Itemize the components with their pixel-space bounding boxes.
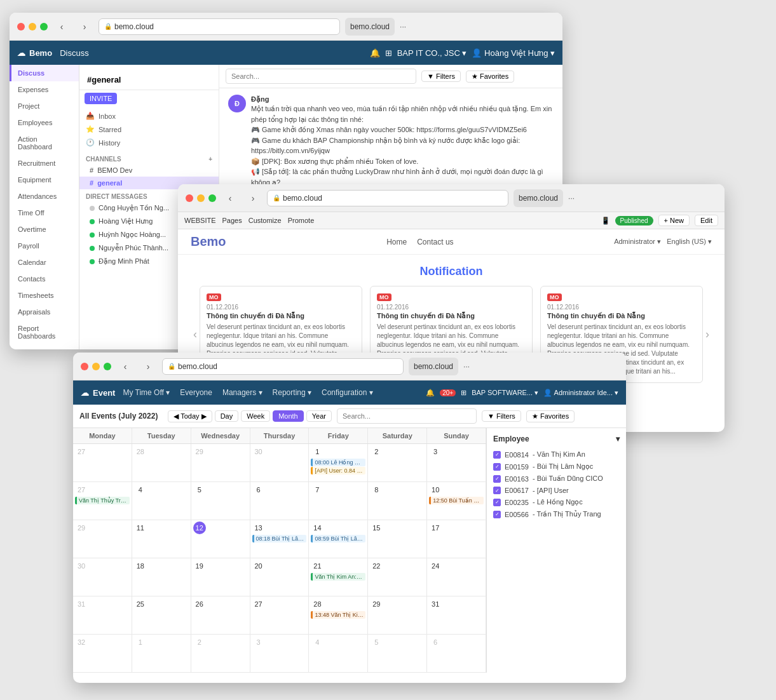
cal-cell[interactable]: 11 (132, 520, 191, 558)
emp-checkbox-4[interactable]: ✓ (493, 487, 501, 494)
cal-cell[interactable]: 2 (191, 635, 250, 673)
favorites-button[interactable]: ★ Favorites (466, 71, 514, 83)
cal-cell[interactable]: 27 (250, 596, 310, 635)
sidebar-item-timesheets[interactable]: Timesheets (10, 287, 79, 304)
channel-bemo-dev[interactable]: #BEMO Dev (79, 164, 219, 177)
sidebar-item-project[interactable]: Project (10, 98, 79, 114)
sidebar-item-time-off[interactable]: Time Off (10, 205, 79, 221)
cal-cell[interactable]: 3 (427, 444, 486, 482)
cal-cell[interactable]: 18 (132, 558, 191, 596)
sidebar-item-attendances[interactable]: Attendances (10, 188, 79, 205)
website-nav-website[interactable]: WEBSITE (184, 217, 216, 224)
cal-cell[interactable]: 17 (427, 520, 486, 558)
nav-my-time-off[interactable]: My Time Off ▾ (123, 388, 170, 397)
cal-cell[interactable]: 3 (250, 635, 310, 673)
sidebar-item-contacts[interactable]: Contacts (10, 271, 79, 287)
invite-button[interactable]: INVITE (85, 93, 117, 104)
sidebar-item-calendar[interactable]: Calendar (10, 254, 79, 271)
cal-cell[interactable]: 6 (250, 482, 310, 520)
minimize-button[interactable] (29, 23, 36, 30)
cal-cell[interactable]: 31 (73, 596, 132, 635)
more-options-button[interactable]: ··· (400, 22, 406, 31)
emp-checkbox-6[interactable]: ✓ (493, 511, 501, 518)
cal-cell[interactable]: 27 Văn Thị Thủy Trang: 122 days (73, 482, 132, 520)
cal-cell[interactable]: 13 08:18 Bùi Thị Lâm Ngọc: 1 days (250, 520, 310, 558)
maximize-button-event[interactable] (104, 363, 111, 370)
address-bar-website[interactable]: 🔒 bemo.cloud (267, 190, 508, 206)
nav-home[interactable]: Home (386, 238, 407, 246)
carousel-next[interactable]: › (705, 328, 709, 341)
sidebar-item-report-dashboards[interactable]: Report Dashboards (10, 320, 79, 344)
inbox-link[interactable]: 📥 Inbox (79, 109, 219, 123)
minimize-button-website[interactable] (197, 194, 205, 202)
lang-dropdown[interactable]: English (US) (667, 238, 706, 245)
sidebar-item-overtime[interactable]: Overtime (10, 221, 79, 238)
sidebar-item-expenses[interactable]: Expenses (10, 81, 79, 98)
sidebar-item-action-dashboard[interactable]: Action Dashboard (10, 131, 79, 155)
cal-cell[interactable]: 4 (309, 635, 368, 673)
back-button[interactable]: ‹ (53, 18, 71, 36)
cal-cell[interactable]: 14 08:59 Bùi Thị Lâm Ngọc: 7.27 hours (309, 520, 368, 558)
cal-cell[interactable]: 29 (73, 520, 132, 558)
sidebar-item-employees[interactable]: Employees (10, 114, 79, 131)
minimize-button-event[interactable] (92, 363, 100, 370)
cal-cell[interactable]: 29 (191, 444, 250, 482)
nav-contact[interactable]: Contact us (417, 238, 453, 246)
emp-checkbox-2[interactable]: ✓ (493, 463, 501, 471)
today-button[interactable]: ◀ Today ▶ (168, 410, 212, 422)
carousel-prev[interactable]: ‹ (193, 328, 197, 341)
close-button[interactable] (17, 23, 25, 30)
cal-cell[interactable]: 30 (73, 558, 132, 596)
cal-cell[interactable]: 20 (250, 558, 310, 596)
month-button[interactable]: Month (273, 410, 304, 422)
cal-cell[interactable]: 8 (368, 482, 427, 520)
website-nav-promote[interactable]: Promote (288, 217, 315, 224)
cal-cell[interactable]: 28 (132, 444, 191, 482)
cal-cell[interactable]: 32 (73, 635, 132, 673)
cal-cell[interactable]: 30 (250, 444, 310, 482)
starred-link[interactable]: ⭐ Starred (79, 123, 219, 136)
event-search-input[interactable] (337, 408, 477, 424)
nav-everyone[interactable]: Everyone (180, 388, 212, 397)
back-button-event[interactable]: ‹ (116, 358, 134, 375)
cal-cell[interactable]: 12 (191, 520, 250, 558)
edit-button[interactable]: Edit (695, 215, 718, 226)
cal-cell[interactable]: 1 08:00 Lê Hồng Ngọc: 1 days [API] User:… (309, 444, 368, 482)
sidebar-item-payroll[interactable]: Payroll (10, 238, 79, 254)
cal-cell[interactable]: 31 (427, 596, 486, 635)
cal-cell[interactable]: 5 (368, 635, 427, 673)
cal-cell[interactable]: 7 (309, 482, 368, 520)
emp-checkbox-1[interactable]: ✓ (493, 451, 501, 459)
cal-cell[interactable]: 26 (191, 596, 250, 635)
cal-cell[interactable]: 25 (132, 596, 191, 635)
event-favorites-button[interactable]: ★ Favorites (526, 410, 575, 422)
website-nav-pages[interactable]: Pages (222, 217, 242, 224)
cal-cell[interactable]: 5 (191, 482, 250, 520)
cal-cell[interactable]: 4 (132, 482, 191, 520)
nav-reporting[interactable]: Reporting ▾ (273, 388, 311, 397)
filters-button[interactable]: ▼ Filters (421, 71, 461, 82)
cal-cell[interactable]: 15 (368, 520, 427, 558)
more-options-website[interactable]: ··· (568, 194, 575, 203)
sidebar-item-recruitment[interactable]: Recruitment (10, 155, 79, 172)
sidebar-item-discuss[interactable]: Discuss (10, 65, 79, 81)
forward-button-event[interactable]: › (139, 358, 157, 375)
website-nav-customize[interactable]: Customize (248, 217, 282, 224)
week-button[interactable]: Week (241, 410, 270, 422)
address-bar-event[interactable]: 🔒 bemo.cloud (162, 358, 404, 375)
new-button[interactable]: + New (658, 215, 690, 226)
cal-cell[interactable]: 24 (427, 558, 486, 596)
sidebar-item-appraisals[interactable]: Appraisals (10, 304, 79, 320)
forward-button-website[interactable]: › (244, 189, 262, 207)
emp-checkbox-3[interactable]: ✓ (493, 475, 501, 483)
history-link[interactable]: 🕐 History (79, 136, 219, 149)
event-filters-button[interactable]: ▼ Filters (482, 410, 521, 422)
emp-checkbox-5[interactable]: ✓ (493, 499, 501, 506)
back-button-website[interactable]: ‹ (221, 189, 239, 207)
close-button-event[interactable] (81, 363, 88, 370)
close-button-website[interactable] (186, 194, 193, 202)
forward-button[interactable]: › (76, 18, 93, 36)
user-dropdown[interactable]: Administrator (614, 238, 655, 245)
cal-cell[interactable]: 21 Văn Thị Kim An: 2 days (309, 558, 368, 596)
cal-cell[interactable]: 1 (132, 635, 191, 673)
